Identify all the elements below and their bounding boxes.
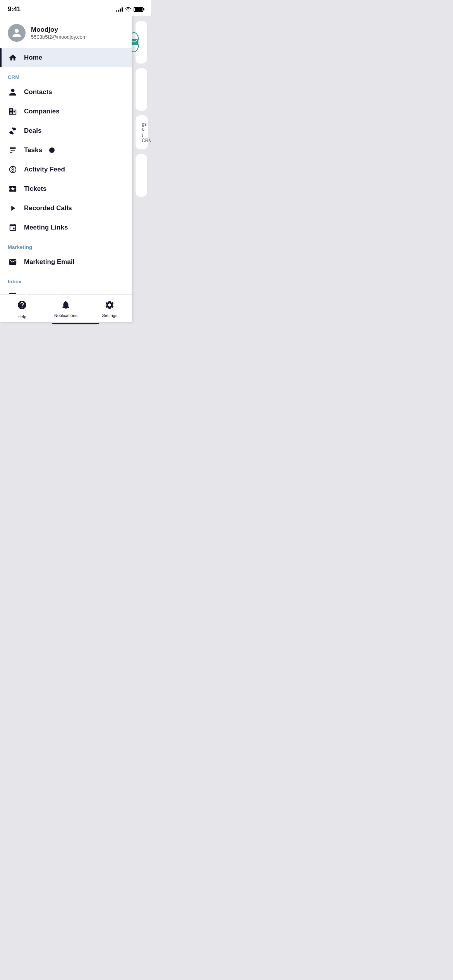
section-marketing: Marketing (0, 237, 132, 252)
right-card-empty-1 (136, 68, 147, 111)
status-icons (116, 7, 143, 12)
section-inbox: Inbox (0, 272, 132, 287)
sidebar-item-home-label: Home (24, 54, 42, 62)
sidebar-item-contacts[interactable]: Contacts (0, 82, 132, 102)
nav-list-wrapper: Home CRM Contacts Companies (0, 48, 132, 322)
right-card-text: gs & t CRM (136, 115, 148, 149)
tab-settings[interactable]: Settings (88, 298, 132, 320)
home-indicator (52, 323, 99, 324)
status-bar: 9:41 (0, 0, 151, 16)
marketing-email-icon (8, 258, 18, 266)
tasks-icon (8, 146, 18, 154)
tab-settings-label: Settings (102, 313, 117, 318)
sidebar-item-recorded-calls-label: Recorded Calls (24, 204, 72, 212)
right-card-empty-2 (136, 154, 147, 197)
nav-list: Home CRM Contacts Companies (0, 48, 132, 294)
section-crm: CRM (0, 67, 132, 82)
main-layout: Moodjoy 5503b5f2@moodjoy.com Home CRM (0, 16, 151, 322)
wifi-icon (125, 7, 131, 12)
sidebar-item-marketing-email[interactable]: Marketing Email (0, 252, 132, 272)
tasks-badge (49, 147, 55, 153)
signal-icon (116, 7, 123, 12)
help-icon (17, 300, 27, 313)
email-icon (132, 38, 139, 47)
sidebar-item-tickets-label: Tickets (24, 185, 46, 193)
gear-icon (105, 300, 115, 312)
sidebar-item-tasks-label: Tasks (24, 146, 42, 154)
companies-icon (8, 107, 18, 116)
sidebar-item-conversations[interactable]: Conversations (0, 287, 132, 294)
sidebar-item-recorded-calls[interactable]: Recorded Calls (0, 199, 132, 218)
user-email: 5503b5f2@moodjoy.com (31, 34, 87, 40)
activity-feed-icon (8, 165, 18, 174)
tab-help-label: Help (17, 314, 26, 319)
tickets-icon (8, 185, 18, 193)
sidebar-item-tickets[interactable]: Tickets (0, 179, 132, 199)
sidebar-item-activity-feed-label: Activity Feed (24, 166, 65, 173)
home-icon (8, 53, 18, 62)
sidebar-item-activity-feed[interactable]: Activity Feed (0, 160, 132, 179)
user-name: Moodjoy (31, 26, 87, 34)
sidebar-item-home[interactable]: Home (0, 48, 132, 67)
sidebar-item-marketing-email-label: Marketing Email (24, 258, 74, 266)
sidebar-item-companies-label: Companies (24, 108, 60, 115)
tab-notifications-label: Notifications (54, 313, 77, 318)
tab-notifications[interactable]: Notifications (44, 298, 88, 320)
sidebar-item-tasks[interactable]: Tasks (0, 140, 132, 160)
user-profile[interactable]: Moodjoy 5503b5f2@moodjoy.com (0, 16, 132, 48)
avatar (8, 24, 26, 42)
sidebar-item-contacts-label: Contacts (24, 88, 52, 96)
avatar-icon (12, 28, 22, 38)
sidebar-item-deals[interactable]: Deals (0, 121, 132, 140)
sidebar-item-meeting-links[interactable]: Meeting Links (0, 218, 132, 237)
recorded-calls-icon (8, 204, 18, 212)
battery-icon (134, 7, 143, 12)
sidebar: Moodjoy 5503b5f2@moodjoy.com Home CRM (0, 16, 132, 322)
tab-help[interactable]: Help (0, 298, 44, 320)
sidebar-item-meeting-links-label: Meeting Links (24, 224, 68, 231)
user-info: Moodjoy 5503b5f2@moodjoy.com (31, 26, 87, 40)
right-card-email (136, 21, 147, 63)
deals-icon (8, 127, 18, 135)
tab-bar: Help Notifications Settings (0, 294, 132, 322)
email-circle (132, 32, 139, 52)
right-panel: gs & t CRM (132, 16, 151, 322)
bell-icon (61, 300, 71, 312)
meeting-links-icon (8, 223, 18, 232)
status-time: 9:41 (8, 5, 21, 13)
contacts-icon (8, 88, 18, 96)
sidebar-item-deals-label: Deals (24, 127, 41, 135)
sidebar-item-companies[interactable]: Companies (0, 102, 132, 121)
